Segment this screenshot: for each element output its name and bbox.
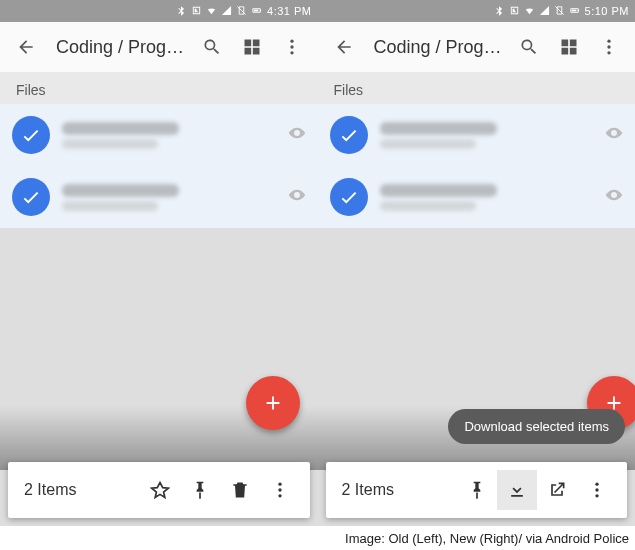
- wifi-icon: [206, 5, 217, 18]
- signal-icon: [221, 5, 232, 18]
- svg-point-8: [607, 51, 610, 54]
- back-button[interactable]: [326, 29, 362, 65]
- svg-point-11: [595, 494, 598, 497]
- open-external-button[interactable]: [537, 470, 577, 510]
- image-caption: Image: Old (Left), New (Right)/ via Andr…: [0, 526, 635, 550]
- selection-count: 2 Items: [18, 481, 140, 499]
- more-button[interactable]: [274, 29, 310, 65]
- back-button[interactable]: [8, 29, 44, 65]
- svg-point-9: [595, 483, 598, 486]
- download-tooltip: Download selected items: [448, 409, 625, 444]
- section-label-files: Files: [318, 72, 636, 104]
- svg-point-0: [290, 40, 293, 43]
- battery-icon: [569, 5, 580, 18]
- view-grid-button[interactable]: [234, 29, 270, 65]
- file-row[interactable]: [0, 166, 318, 228]
- app-toolbar: Coding / Progra...: [318, 22, 636, 72]
- file-list: [0, 104, 318, 228]
- visibility-icon[interactable]: [288, 186, 306, 208]
- selection-check-icon[interactable]: [330, 116, 368, 154]
- selection-check-icon[interactable]: [12, 178, 50, 216]
- svg-point-7: [607, 45, 610, 48]
- nfc-icon: [509, 5, 520, 18]
- nfc-icon: [191, 5, 202, 18]
- svg-point-5: [278, 494, 281, 497]
- file-text-blurred: [62, 122, 276, 149]
- file-text-blurred: [380, 184, 594, 211]
- overflow-button[interactable]: [260, 470, 300, 510]
- svg-point-6: [607, 40, 610, 43]
- search-button[interactable]: [511, 29, 547, 65]
- page-title: Coding / Progra...: [366, 37, 508, 58]
- star-button[interactable]: [140, 470, 180, 510]
- file-text-blurred: [380, 122, 594, 149]
- file-row[interactable]: [318, 166, 636, 228]
- more-button[interactable]: [591, 29, 627, 65]
- pane-right: 5:10 PM Coding / Progra... Files: [318, 0, 636, 526]
- file-list: [318, 104, 636, 228]
- selection-action-bar: 2 Items: [8, 462, 310, 518]
- selection-action-bar: 2 Items: [326, 462, 628, 518]
- file-text-blurred: [62, 184, 276, 211]
- fab-add-button[interactable]: [246, 376, 300, 430]
- section-label-files: Files: [0, 72, 318, 104]
- no-sim-icon: [554, 5, 565, 18]
- page-title: Coding / Progra...: [48, 37, 190, 58]
- wifi-icon: [524, 5, 535, 18]
- svg-point-3: [278, 483, 281, 486]
- pin-button[interactable]: [180, 470, 220, 510]
- svg-point-4: [278, 488, 281, 491]
- selection-check-icon[interactable]: [330, 178, 368, 216]
- svg-point-10: [595, 488, 598, 491]
- svg-point-1: [290, 45, 293, 48]
- status-time: 4:31 PM: [267, 5, 311, 17]
- visibility-icon[interactable]: [605, 124, 623, 146]
- status-bar: 5:10 PM: [318, 0, 636, 22]
- delete-button[interactable]: [220, 470, 260, 510]
- status-time: 5:10 PM: [585, 5, 629, 17]
- battery-icon: [251, 5, 262, 18]
- file-row[interactable]: [318, 104, 636, 166]
- signal-icon: [539, 5, 550, 18]
- file-row[interactable]: [0, 104, 318, 166]
- search-button[interactable]: [194, 29, 230, 65]
- visibility-icon[interactable]: [288, 124, 306, 146]
- bluetooth-icon: [494, 5, 505, 18]
- status-bar: 4:31 PM: [0, 0, 318, 22]
- bluetooth-icon: [176, 5, 187, 18]
- visibility-icon[interactable]: [605, 186, 623, 208]
- selection-check-icon[interactable]: [12, 116, 50, 154]
- overflow-button[interactable]: [577, 470, 617, 510]
- view-grid-button[interactable]: [551, 29, 587, 65]
- pin-button[interactable]: [457, 470, 497, 510]
- svg-point-2: [290, 51, 293, 54]
- selection-count: 2 Items: [336, 481, 458, 499]
- download-button[interactable]: [497, 470, 537, 510]
- app-toolbar: Coding / Progra...: [0, 22, 318, 72]
- no-sim-icon: [236, 5, 247, 18]
- pane-left: 4:31 PM Coding / Progra... Files: [0, 0, 318, 526]
